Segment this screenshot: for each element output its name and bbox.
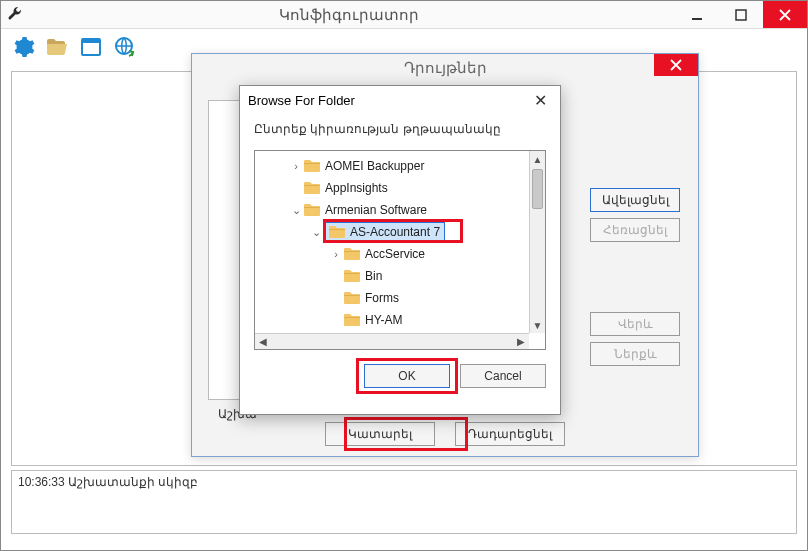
cancel-browse-button[interactable]: Cancel	[460, 364, 546, 388]
folder-icon	[303, 202, 321, 218]
scroll-thumb[interactable]	[532, 169, 543, 209]
folder-icon	[343, 246, 361, 262]
chevron-right-icon[interactable]: ›	[329, 248, 343, 260]
tree-item-label: Bin	[365, 269, 382, 283]
main-titlebar: Կոնֆիգուրատոր	[1, 1, 807, 29]
browse-instruction: Ընտրեք կիրառության թղթապանակը	[240, 114, 560, 142]
status-line: 10:36:33 Աշխատանքի սկիզբ	[18, 475, 198, 489]
tree-item[interactable]: ›AccService	[255, 243, 529, 265]
browse-close-button[interactable]: ✕	[528, 90, 552, 110]
chevron-down-icon[interactable]: ⌄	[289, 204, 303, 217]
svg-rect-3	[82, 39, 100, 43]
add-button[interactable]: Ավելացնել	[590, 188, 680, 212]
tree-item-label: Forms	[365, 291, 399, 305]
tree-item-label: Armenian Software	[325, 203, 427, 217]
main-window-title: Կոնֆիգուրատոր	[23, 6, 675, 24]
folder-icon	[343, 268, 361, 284]
tree-item[interactable]: ⌄AS-Accountant 7	[255, 221, 529, 243]
folder-icon	[328, 224, 346, 240]
move-down-button[interactable]: Ներքև	[590, 342, 680, 366]
scroll-up-arrow[interactable]: ▲	[530, 151, 545, 167]
minimize-button[interactable]	[675, 1, 719, 28]
tree-item[interactable]: ›AOMEI Backupper	[255, 155, 529, 177]
scroll-left-arrow[interactable]: ◀	[255, 334, 271, 349]
gear-icon[interactable]	[11, 35, 35, 59]
tree-item[interactable]: ⌄Armenian Software	[255, 199, 529, 221]
wrench-icon	[7, 7, 23, 23]
folder-icon	[343, 290, 361, 306]
browse-title: Browse For Folder	[248, 93, 528, 108]
svg-rect-1	[736, 10, 746, 20]
window-icon[interactable]	[79, 35, 103, 59]
svg-rect-0	[692, 18, 702, 20]
scroll-down-arrow[interactable]: ▼	[530, 317, 545, 333]
cancel-settings-button[interactable]: Դադարեցնել	[455, 422, 565, 446]
folder-open-icon[interactable]	[45, 35, 69, 59]
chevron-right-icon[interactable]: ›	[289, 160, 303, 172]
execute-button[interactable]: Կատարել	[325, 422, 435, 446]
tree-item-label: AccService	[365, 247, 425, 261]
horizontal-scrollbar[interactable]: ◀ ▶	[255, 333, 529, 349]
window-controls	[675, 1, 807, 28]
tree-item-label: HY-AM	[365, 313, 403, 327]
folder-tree[interactable]: ›AOMEI BackupperAppInsights⌄Armenian Sof…	[254, 150, 546, 350]
close-button[interactable]	[763, 1, 807, 28]
tree-item-label: AOMEI Backupper	[325, 159, 424, 173]
settings-close-button[interactable]	[654, 54, 698, 76]
vertical-scrollbar[interactable]: ▲ ▼	[529, 151, 545, 333]
status-log: 10:36:33 Աշխատանքի սկիզբ	[11, 470, 797, 534]
scroll-right-arrow[interactable]: ▶	[513, 334, 529, 349]
remove-button[interactable]: Հեռացնել	[590, 218, 680, 242]
globe-refresh-icon[interactable]	[113, 35, 137, 59]
tree-item[interactable]: Bin	[255, 265, 529, 287]
folder-icon	[303, 180, 321, 196]
tree-item[interactable]: HY-AM	[255, 309, 529, 331]
ok-button[interactable]: OK	[364, 364, 450, 388]
folder-icon	[303, 158, 321, 174]
browse-folder-dialog: Browse For Folder ✕ Ընտրեք կիրառության թ…	[239, 85, 561, 415]
chevron-down-icon[interactable]: ⌄	[309, 226, 323, 239]
tree-item[interactable]: AppInsights	[255, 177, 529, 199]
move-up-button[interactable]: Վերև	[590, 312, 680, 336]
browse-titlebar: Browse For Folder ✕	[240, 86, 560, 114]
settings-title: Դրույթներ	[192, 59, 698, 77]
tree-item-label: AppInsights	[325, 181, 388, 195]
tree-item[interactable]: Forms	[255, 287, 529, 309]
settings-titlebar: Դրույթներ	[192, 54, 698, 82]
maximize-button[interactable]	[719, 1, 763, 28]
tree-item-label: AS-Accountant 7	[350, 225, 440, 239]
folder-icon	[343, 312, 361, 328]
